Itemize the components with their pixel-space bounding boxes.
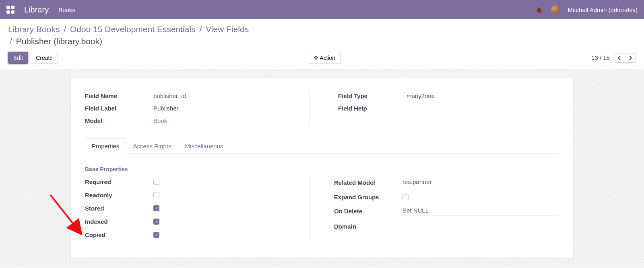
nav-right: 🐞 Mitchell Admin (odoo-dev) bbox=[535, 5, 638, 14]
form-sheet: Field Name publisher_id Field Label Publ… bbox=[70, 77, 574, 258]
navbar: Library Books 🐞 Mitchell Admin (odoo-dev… bbox=[0, 0, 644, 19]
pager-pos: 13 bbox=[591, 54, 598, 61]
nav-left: Library Books bbox=[6, 5, 75, 14]
prop-readonly-row: Readonly bbox=[85, 188, 297, 202]
field-help-row: Field Help bbox=[338, 102, 559, 115]
breadcrumb-seg-0[interactable]: Library Books bbox=[8, 25, 60, 34]
chevron-right-icon bbox=[628, 55, 632, 61]
prop-required-label: Required bbox=[85, 178, 153, 185]
field-type-row: Field Type many2one bbox=[338, 90, 559, 102]
tab-access-rights[interactable]: Access Rights bbox=[126, 138, 178, 154]
stored-checkbox[interactable]: ✓ bbox=[153, 205, 159, 211]
field-name-row: Field Name publisher_id bbox=[85, 90, 297, 102]
prop-col-left: Required Readonly Stored ✓ Indexed ✓ Cop… bbox=[85, 175, 310, 241]
apps-icon[interactable] bbox=[6, 6, 14, 14]
cp-center: ✿ Action bbox=[58, 52, 591, 64]
breadcrumb-seg-1[interactable]: Odoo 15 Development Essentials bbox=[70, 25, 196, 34]
breadcrumb-current: Publisher (library.book) bbox=[16, 37, 102, 46]
prop-expand-groups-row: Expand Groups bbox=[334, 190, 559, 204]
action-label: Action bbox=[320, 55, 335, 61]
prop-expand-groups-label: Expand Groups bbox=[334, 194, 402, 200]
chevron-left-icon bbox=[617, 55, 621, 61]
prop-grid: Required Readonly Stored ✓ Indexed ✓ Cop… bbox=[85, 175, 559, 241]
prop-readonly-label: Readonly bbox=[85, 192, 153, 198]
pager-next-button[interactable] bbox=[625, 53, 636, 63]
prop-domain-value bbox=[402, 222, 559, 231]
field-label-row: Field Label Publisher bbox=[85, 102, 297, 115]
form-header-grid: Field Name publisher_id Field Label Publ… bbox=[85, 90, 559, 127]
field-type-label: Field Type bbox=[338, 92, 407, 99]
tab-properties[interactable]: Properties bbox=[85, 138, 126, 154]
pager[interactable]: 13 / 15 bbox=[591, 54, 610, 61]
pager-buttons bbox=[614, 53, 636, 63]
prop-copied-label: Copied bbox=[85, 231, 153, 238]
brand[interactable]: Library bbox=[24, 5, 49, 14]
gear-icon: ✿ bbox=[314, 55, 318, 61]
prop-related-model-row: Related Model res.partner bbox=[334, 175, 559, 190]
prop-on-delete-row: On Delete Set NULL bbox=[334, 204, 559, 219]
prop-on-delete-label: On Delete bbox=[334, 208, 402, 215]
required-checkbox[interactable] bbox=[153, 179, 159, 185]
prop-related-model-label: Related Model bbox=[334, 179, 402, 186]
prop-on-delete-value: Set NULL bbox=[402, 207, 559, 216]
cp-left: Edit Create bbox=[8, 52, 58, 64]
create-button[interactable]: Create bbox=[31, 52, 58, 64]
prop-related-model-value: res.partner bbox=[402, 178, 559, 187]
prop-indexed-label: Indexed bbox=[85, 218, 153, 225]
tabs: Properties Access Rights Miscellaneous bbox=[85, 138, 559, 154]
prop-indexed-row: Indexed ✓ bbox=[85, 215, 297, 228]
form-col-right: Field Type many2one Field Help bbox=[334, 90, 559, 127]
breadcrumb: Library Books / Odoo 15 Development Esse… bbox=[8, 23, 636, 48]
control-panel: Library Books / Odoo 15 Development Esse… bbox=[0, 19, 644, 69]
action-button[interactable]: ✿ Action bbox=[309, 52, 341, 64]
field-name-value: publisher_id bbox=[153, 92, 186, 99]
debug-icon[interactable]: 🐞 bbox=[535, 6, 543, 14]
field-label-value: Publisher bbox=[153, 105, 179, 112]
field-type-value: many2one bbox=[407, 92, 435, 99]
nav-menu-books[interactable]: Books bbox=[58, 6, 75, 13]
pager-total: 15 bbox=[603, 54, 610, 61]
pager-prev-button[interactable] bbox=[614, 53, 625, 63]
tab-misc[interactable]: Miscellaneous bbox=[178, 138, 230, 154]
avatar[interactable] bbox=[551, 5, 560, 14]
section-base-properties: Base Properties bbox=[85, 166, 559, 172]
prop-copied-row: Copied ✓ bbox=[85, 228, 297, 241]
expand-groups-checkbox[interactable] bbox=[402, 194, 409, 200]
prop-stored-label: Stored bbox=[85, 205, 153, 212]
prop-stored-row: Stored ✓ bbox=[85, 202, 297, 215]
prop-domain-row: Domain bbox=[334, 219, 559, 234]
field-label-label: Field Label bbox=[85, 105, 153, 112]
prop-required-row: Required bbox=[85, 175, 297, 188]
copied-checkbox[interactable]: ✓ bbox=[153, 232, 159, 238]
prop-col-right: Related Model res.partner Expand Groups … bbox=[334, 175, 559, 241]
cp-right: 13 / 15 bbox=[591, 53, 636, 63]
model-row: Model Book bbox=[85, 115, 297, 127]
readonly-checkbox[interactable] bbox=[153, 192, 159, 198]
prop-domain-label: Domain bbox=[334, 223, 402, 230]
breadcrumb-seg-2[interactable]: View Fields bbox=[206, 25, 249, 34]
username[interactable]: Mitchell Admin (odoo-dev) bbox=[568, 6, 638, 13]
cp-row: Edit Create ✿ Action 13 / 15 bbox=[8, 52, 636, 64]
edit-button[interactable]: Edit bbox=[8, 52, 28, 64]
model-label: Model bbox=[85, 117, 153, 124]
field-name-label: Field Name bbox=[85, 92, 153, 99]
sheet-background: Field Name publisher_id Field Label Publ… bbox=[0, 69, 644, 266]
field-help-label: Field Help bbox=[338, 105, 407, 112]
model-value[interactable]: Book bbox=[153, 117, 167, 124]
form-col-left: Field Name publisher_id Field Label Publ… bbox=[85, 90, 310, 127]
indexed-checkbox[interactable]: ✓ bbox=[153, 219, 159, 225]
